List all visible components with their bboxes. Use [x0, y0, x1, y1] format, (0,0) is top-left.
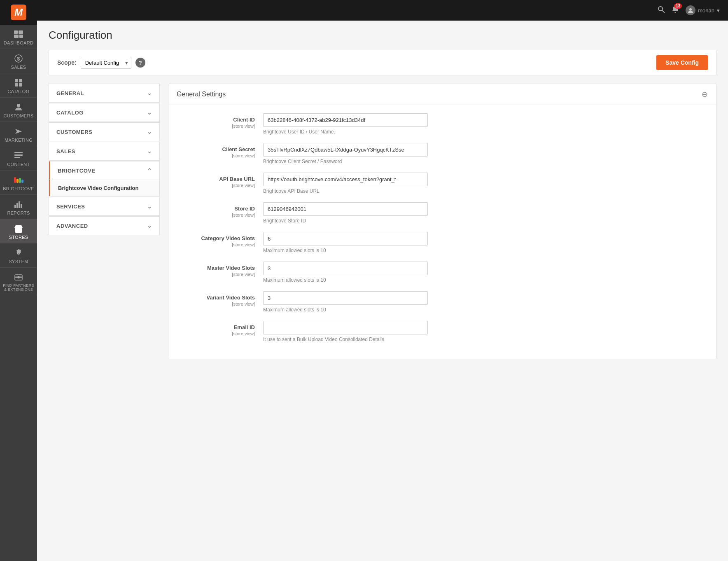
field-control-client-id: Brightcove User ID / User Name. [263, 113, 704, 135]
svg-rect-8 [15, 83, 18, 86]
accordion-brightcove: BRIGHTCOVE ⌃ Brightcove Video Configurat… [49, 161, 160, 196]
accordion-sales: SALES ⌄ [49, 142, 160, 161]
sidebar-item-content[interactable]: CONTENT [0, 146, 37, 171]
chevron-up-icon: ⌃ [147, 167, 152, 174]
svg-rect-12 [14, 152, 23, 153]
field-label-variant-video-slots: Variant Video Slots [store view] [181, 291, 263, 306]
svg-rect-17 [19, 201, 20, 208]
email-id-hint: It use to sent a Bulk Upload Video Conso… [263, 337, 704, 342]
accordion-header-customers[interactable]: CUSTOMERS ⌄ [49, 123, 159, 141]
accordion-header-catalog[interactable]: CATALOG ⌄ [49, 103, 159, 122]
client-secret-hint: Brightcove Client Secret / Password [263, 159, 704, 164]
variant-video-slots-input[interactable] [263, 291, 428, 305]
svg-point-10 [17, 104, 20, 107]
sidebar-item-brightcove[interactable]: BRIGHTCOVE [0, 171, 37, 195]
sidebar-item-marketing[interactable]: MARKETING [0, 122, 37, 146]
svg-rect-14 [14, 157, 20, 158]
accordion-sub-brightcove: Brightcove Video Configuration [49, 180, 159, 196]
svg-line-26 [662, 10, 665, 13]
accordion-customers: CUSTOMERS ⌄ [49, 122, 160, 141]
scope-left: Scope: Default Config ? [57, 57, 145, 69]
accordion-header-advanced[interactable]: ADVANCED ⌄ [49, 217, 159, 235]
section-body: Client ID [store view] Brightcove User I… [168, 105, 716, 359]
user-menu[interactable]: mohan ▾ [686, 5, 720, 15]
chevron-down-icon: ⌄ [147, 148, 152, 154]
svg-point-23 [15, 276, 17, 278]
sidebar-item-partners[interactable]: FIND PARTNERS & EXTENSIONS [0, 268, 37, 295]
config-layout: GENERAL ⌄ CATALOG ⌄ CUSTOMERS ⌄ [49, 84, 716, 359]
master-video-slots-input[interactable] [263, 262, 428, 275]
svg-rect-13 [14, 154, 23, 156]
notifications-bell[interactable]: 13 [672, 6, 679, 15]
chevron-down-icon: ⌄ [147, 222, 152, 229]
accordion-sub-item-brightcove-video-config[interactable]: Brightcove Video Configuration [49, 180, 159, 196]
svg-rect-3 [19, 35, 23, 38]
variant-video-slots-hint: Maximum allowed slots is 10 [263, 307, 704, 313]
svg-rect-7 [19, 79, 22, 82]
accordion-header-sales[interactable]: SALES ⌄ [49, 142, 159, 160]
brightcove-icon [13, 175, 24, 185]
topbar: 13 mohan ▾ [37, 0, 728, 21]
stores-icon [13, 224, 24, 233]
svg-text:$: $ [17, 56, 20, 62]
email-id-input[interactable] [263, 321, 428, 334]
field-row-client-secret: Client Secret [store view] Brightcove Cl… [181, 143, 704, 164]
sidebar-item-system[interactable]: SYSTEM [0, 243, 37, 268]
svg-rect-9 [19, 83, 22, 86]
field-label-email-id: Email ID [store view] [181, 321, 263, 336]
accordion-general: GENERAL ⌄ [49, 84, 160, 103]
content-icon [13, 151, 24, 160]
system-icon [13, 248, 24, 257]
sidebar-item-customers[interactable]: CUSTOMERS [0, 98, 37, 122]
svg-point-24 [20, 276, 22, 278]
api-base-url-input[interactable] [263, 173, 428, 186]
field-control-store-id: Brightcove Store ID [263, 202, 704, 224]
store-id-input[interactable] [263, 202, 428, 216]
svg-rect-16 [16, 203, 18, 208]
magento-logo: M [11, 5, 26, 20]
master-video-slots-hint: Maximum allowed slots is 10 [263, 277, 704, 283]
client-id-hint: Brightcove User ID / User Name. [263, 129, 704, 135]
field-label-category-video-slots: Category Video Slots [store view] [181, 232, 263, 247]
collapse-button[interactable]: ⊖ [702, 90, 708, 99]
section-title: General Settings [177, 91, 226, 98]
save-config-button[interactable]: Save Config [656, 55, 708, 70]
svg-rect-1 [19, 30, 23, 34]
accordion-advanced: ADVANCED ⌄ [49, 216, 160, 235]
sidebar-item-dashboard[interactable]: DASHBOARD [0, 25, 37, 49]
field-label-client-secret: Client Secret [store view] [181, 143, 263, 158]
right-panel: General Settings ⊖ Client ID [store view… [168, 84, 716, 359]
customers-icon [13, 103, 24, 112]
main-content: 13 mohan ▾ Configuration Scope: [37, 0, 728, 561]
client-secret-input[interactable] [263, 143, 428, 157]
field-control-client-secret: Brightcove Client Secret / Password [263, 143, 704, 164]
page-title: Configuration [49, 29, 716, 42]
left-panel: GENERAL ⌄ CATALOG ⌄ CUSTOMERS ⌄ [49, 84, 160, 359]
field-row-email-id: Email ID [store view] It use to sent a B… [181, 321, 704, 342]
svg-rect-15 [14, 205, 16, 208]
sidebar-item-reports[interactable]: REPORTS [0, 195, 37, 219]
scope-select[interactable]: Default Config [81, 57, 131, 69]
sidebar-item-sales[interactable]: $ SALES [0, 49, 37, 73]
client-id-input[interactable] [263, 113, 428, 127]
sidebar-item-stores[interactable]: STORES [0, 219, 37, 243]
section-header: General Settings ⊖ [168, 84, 716, 105]
topbar-right: 13 mohan ▾ [658, 5, 720, 15]
accordion-header-services[interactable]: SERVICES ⌄ [49, 197, 159, 215]
field-control-variant-video-slots: Maximum allowed slots is 10 [263, 291, 704, 313]
scope-help[interactable]: ? [135, 58, 145, 68]
dashboard-icon [13, 30, 24, 39]
field-row-client-id: Client ID [store view] Brightcove User I… [181, 113, 704, 135]
accordion-header-general[interactable]: GENERAL ⌄ [49, 84, 159, 102]
search-icon[interactable] [658, 6, 665, 15]
general-settings-box: General Settings ⊖ Client ID [store view… [168, 84, 716, 359]
category-video-slots-hint: Maximum allowed slots is 10 [263, 248, 704, 253]
store-id-hint: Brightcove Store ID [263, 218, 704, 224]
scope-bar: Scope: Default Config ? Save Config [49, 50, 716, 75]
category-video-slots-input[interactable] [263, 232, 428, 245]
sidebar-item-catalog[interactable]: CATALOG [0, 73, 37, 98]
field-label-store-id: Store ID [store view] [181, 202, 263, 217]
svg-rect-20 [17, 229, 20, 233]
scope-label: Scope: [57, 59, 77, 66]
accordion-header-brightcove[interactable]: BRIGHTCOVE ⌃ [49, 161, 159, 180]
